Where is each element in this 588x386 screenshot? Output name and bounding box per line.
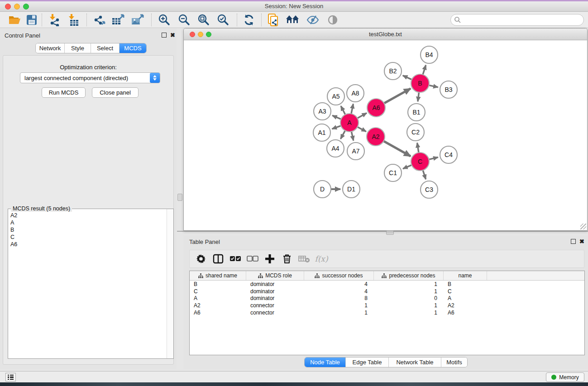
column-header-shared-name[interactable]: shared name xyxy=(190,271,246,280)
import-network-icon[interactable] xyxy=(47,13,62,27)
horizontal-splitter-grip[interactable] xyxy=(386,230,394,235)
refresh-icon[interactable] xyxy=(242,13,256,27)
network-graph-canvas[interactable]: B4B2BB3A8A5A6A3B1AC2A1A2A4A7C4CC1C3DD1 xyxy=(184,40,587,230)
gear-icon[interactable] xyxy=(192,250,210,267)
edge-A-A8[interactable] xyxy=(351,104,353,114)
net-minimize-button[interactable] xyxy=(198,32,203,37)
tab-network-table[interactable]: Network Table xyxy=(389,357,441,367)
edge-B-B4[interactable] xyxy=(423,65,426,75)
net-close-button[interactable] xyxy=(190,32,195,37)
table-cell: A xyxy=(190,295,246,301)
table-panel: Table Panel ✖ f(x) shared nameMCDS roles… xyxy=(183,235,588,369)
edge-A-A7[interactable] xyxy=(351,132,353,141)
edge-A-A1[interactable] xyxy=(332,126,341,129)
tab-mcds[interactable]: MCDS xyxy=(120,43,146,53)
import-table-icon[interactable] xyxy=(66,13,81,27)
hide-eye-icon[interactable] xyxy=(306,13,320,27)
node-label-A3: A3 xyxy=(318,108,326,115)
save-icon[interactable] xyxy=(24,13,39,27)
zoom-selected-icon[interactable] xyxy=(216,13,230,27)
deselect-all-checkboxes-icon[interactable] xyxy=(244,250,261,267)
edge-C-C1[interactable] xyxy=(403,165,411,169)
delete-column-icon[interactable] xyxy=(278,250,296,267)
table-cell: dominator xyxy=(246,295,304,301)
edge-A-A6[interactable] xyxy=(357,113,367,119)
edge-A-A3[interactable] xyxy=(332,115,341,119)
result-item[interactable]: A xyxy=(10,219,167,226)
net-maximize-button[interactable] xyxy=(206,32,211,37)
table-close-icon[interactable]: ✖ xyxy=(579,239,584,244)
export-image-icon[interactable] xyxy=(130,13,145,27)
tab-edge-table[interactable]: Edge Table xyxy=(346,357,389,367)
edge-A-A5[interactable] xyxy=(341,106,345,114)
close-window-button[interactable] xyxy=(5,4,11,10)
table-row[interactable]: A2connector11A2 xyxy=(190,302,584,309)
search-input[interactable] xyxy=(461,17,583,23)
edge-A-A2[interactable] xyxy=(358,127,366,131)
column-header-predecessor-nodes[interactable]: predecessor nodes xyxy=(374,271,444,280)
edge-B-B2[interactable] xyxy=(403,76,412,80)
result-item[interactable]: A6 xyxy=(10,241,167,248)
home-icon[interactable] xyxy=(286,13,300,27)
column-header-MCDS-role[interactable]: MCDS role xyxy=(246,271,304,280)
minimize-window-button[interactable] xyxy=(14,4,20,10)
table-toolbar: f(x) xyxy=(189,250,584,268)
export-table-icon[interactable] xyxy=(111,13,125,27)
tab-style[interactable]: Style xyxy=(65,43,91,53)
column-header-name[interactable]: name xyxy=(444,271,487,280)
edge-A-A4[interactable] xyxy=(340,131,345,139)
add-column-icon[interactable] xyxy=(261,250,278,267)
node-label-C4: C4 xyxy=(445,151,453,158)
table-cell: C xyxy=(444,288,487,295)
zoom-fit-icon[interactable] xyxy=(196,13,211,27)
optimization-criterion-select[interactable]: largest connected component (directed) xyxy=(20,72,160,83)
zoom-in-icon[interactable] xyxy=(157,13,172,27)
tab-node-table[interactable]: Node Table xyxy=(305,357,346,367)
search-field[interactable] xyxy=(450,14,584,26)
tab-select[interactable]: Select xyxy=(91,43,120,53)
window-resize-grip[interactable] xyxy=(580,224,586,229)
edge-C-C2[interactable] xyxy=(417,143,419,153)
memory-button[interactable]: Memory xyxy=(546,372,584,382)
table-row[interactable]: Bdominator41B xyxy=(190,281,584,288)
table-float-icon[interactable] xyxy=(571,239,576,244)
vertical-splitter-grip[interactable] xyxy=(177,194,182,201)
edge-A2-C[interactable] xyxy=(383,141,411,156)
run-mcds-button[interactable]: Run MCDS xyxy=(42,87,86,98)
maximize-window-button[interactable] xyxy=(23,4,29,10)
app-title: Session: New Session xyxy=(0,1,588,11)
node-label-C2: C2 xyxy=(411,129,420,136)
edge-C-C4[interactable] xyxy=(429,157,438,160)
table-row[interactable]: A6connector11A6 xyxy=(190,309,584,316)
node-label-A7: A7 xyxy=(352,148,359,155)
task-history-button[interactable] xyxy=(5,373,16,381)
node-table[interactable]: shared nameMCDS rolesuccessor nodesprede… xyxy=(189,271,585,355)
horizontal-splitter[interactable] xyxy=(177,231,588,232)
network-window-titlebar[interactable]: testGlobe.txt xyxy=(184,29,587,40)
table-row[interactable]: Cdominator41C xyxy=(190,288,584,295)
edge-A6-B[interactable] xyxy=(384,89,411,104)
mcds-result-list[interactable]: A2ABCA6 xyxy=(8,210,167,358)
columns-icon[interactable] xyxy=(210,250,227,267)
open-folder-icon[interactable] xyxy=(7,13,22,27)
edge-B-B1[interactable] xyxy=(418,92,419,101)
zoom-out-icon[interactable] xyxy=(177,13,191,27)
export-network-icon[interactable] xyxy=(92,13,106,27)
select-all-checkboxes-icon[interactable] xyxy=(227,250,244,267)
tab-motifs[interactable]: Motifs xyxy=(441,357,467,367)
close-panel-icon[interactable]: ✖ xyxy=(170,33,175,38)
result-item[interactable]: A2 xyxy=(10,212,167,219)
close-panel-button[interactable]: Close panel xyxy=(92,87,139,98)
edge-C-C3[interactable] xyxy=(423,170,425,179)
node-label-A4: A4 xyxy=(331,145,339,152)
tab-network[interactable]: Network xyxy=(36,43,65,53)
result-scrollbar[interactable] xyxy=(167,209,173,358)
clone-network-icon[interactable] xyxy=(266,13,281,27)
edge-B-B3[interactable] xyxy=(429,85,438,87)
result-item[interactable]: B xyxy=(10,226,167,234)
column-header-successor-nodes[interactable]: successor nodes xyxy=(304,271,374,280)
float-panel-icon[interactable] xyxy=(162,33,167,38)
table-cell: dominator xyxy=(246,288,304,295)
table-row[interactable]: Adominator80A xyxy=(190,295,584,302)
result-item[interactable]: C xyxy=(10,234,167,241)
